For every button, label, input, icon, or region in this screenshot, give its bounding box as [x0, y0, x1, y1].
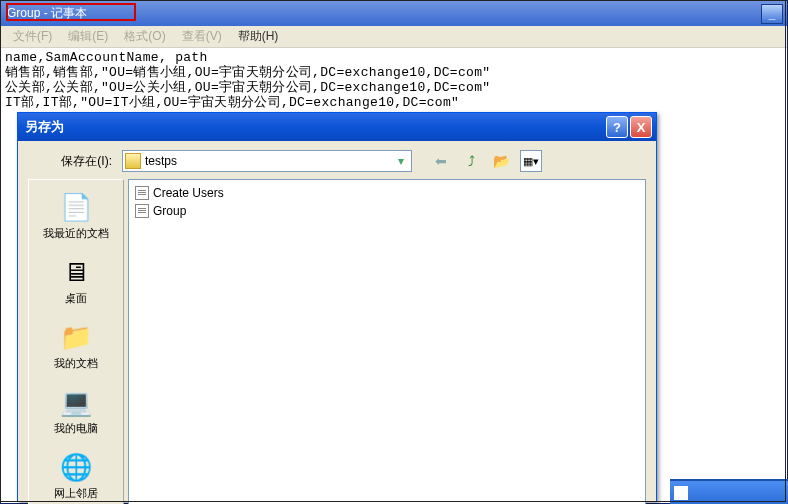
place-mycomputer[interactable]: 💻 我的电脑	[34, 381, 118, 442]
close-button[interactable]: X	[630, 116, 652, 138]
help-button[interactable]: ?	[606, 116, 628, 138]
dialog-title: 另存为	[22, 118, 604, 136]
file-list[interactable]: Create Users Group	[128, 179, 646, 504]
place-label: 桌面	[65, 291, 87, 306]
place-label: 我的文档	[54, 356, 98, 371]
back-icon[interactable]: ⬅	[430, 150, 452, 172]
saveas-dialog: 另存为 ? X 保存在(I): testps ▾ ⬅ ⤴ 📂 ▦▾ 📄 我最近的…	[17, 112, 657, 502]
taskbar-fragment	[670, 479, 788, 504]
mydocs-icon: 📁	[59, 320, 93, 354]
dialog-titlebar[interactable]: 另存为 ? X	[18, 113, 656, 141]
lookin-toolbar: ⬅ ⤴ 📂 ▦▾	[430, 150, 542, 172]
place-desktop[interactable]: 🖥 桌面	[34, 251, 118, 312]
network-icon: 🌐	[59, 450, 93, 484]
folder-icon	[125, 153, 141, 169]
place-network[interactable]: 🌐 网上邻居	[34, 446, 118, 504]
menu-file[interactable]: 文件(F)	[5, 26, 60, 47]
menu-view[interactable]: 查看(V)	[174, 26, 230, 47]
taskbar-icon	[674, 486, 688, 500]
minimize-button[interactable]: _	[761, 4, 783, 24]
list-item[interactable]: Group	[133, 202, 641, 220]
file-name: Group	[153, 204, 186, 218]
notepad-textarea[interactable]: name,SamAccountName, path 销售部,销售部,"OU=销售…	[1, 48, 787, 108]
lookin-label: 保存在(I):	[28, 153, 116, 170]
place-label: 我的电脑	[54, 421, 98, 436]
place-label: 网上邻居	[54, 486, 98, 501]
list-item[interactable]: Create Users	[133, 184, 641, 202]
mycomputer-icon: 💻	[59, 385, 93, 419]
desktop-icon: 🖥	[59, 255, 93, 289]
place-recent[interactable]: 📄 我最近的文档	[34, 186, 118, 247]
up-icon[interactable]: ⤴	[460, 150, 482, 172]
new-folder-icon[interactable]: 📂	[490, 150, 512, 172]
place-mydocs[interactable]: 📁 我的文档	[34, 316, 118, 377]
menu-help[interactable]: 帮助(H)	[230, 26, 287, 47]
recent-icon: 📄	[59, 190, 93, 224]
menu-format[interactable]: 格式(O)	[116, 26, 173, 47]
notepad-titlebar[interactable]: Group - 记事本 _	[1, 1, 787, 26]
lookin-row: 保存在(I): testps ▾ ⬅ ⤴ 📂 ▦▾	[28, 149, 646, 173]
views-icon[interactable]: ▦▾	[520, 150, 542, 172]
textfile-icon	[135, 204, 149, 218]
notepad-title: Group - 记事本	[5, 5, 761, 22]
file-name: Create Users	[153, 186, 224, 200]
current-folder-name: testps	[145, 154, 393, 168]
places-bar: 📄 我最近的文档 🖥 桌面 📁 我的文档 💻 我的电脑 🌐 网上邻居	[28, 179, 124, 504]
lookin-combo[interactable]: testps ▾	[122, 150, 412, 172]
textfile-icon	[135, 186, 149, 200]
place-label: 我最近的文档	[43, 226, 109, 241]
menu-edit[interactable]: 编辑(E)	[60, 26, 116, 47]
notepad-menubar: 文件(F) 编辑(E) 格式(O) 查看(V) 帮助(H)	[1, 26, 787, 48]
chevron-down-icon[interactable]: ▾	[393, 154, 409, 168]
